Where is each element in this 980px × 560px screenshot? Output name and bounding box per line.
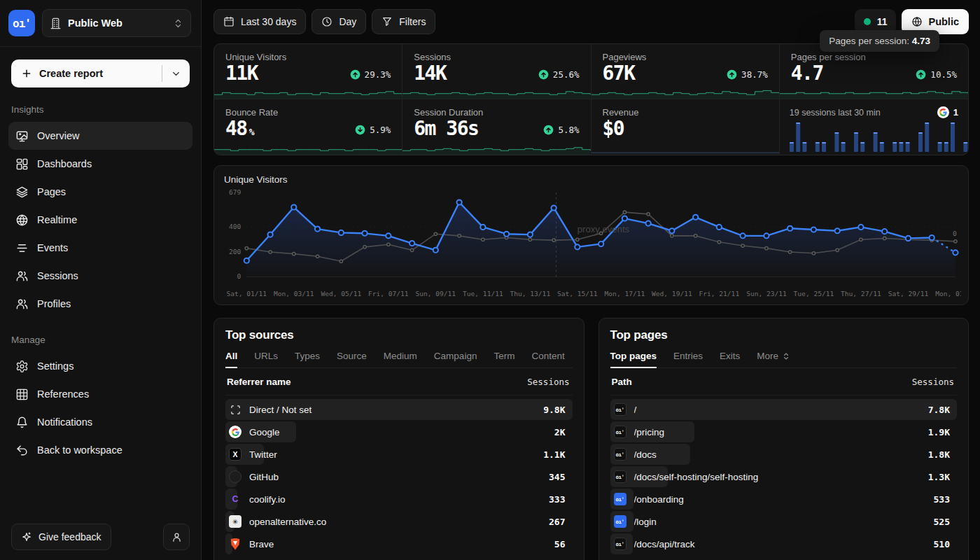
row-sessions-value: 510 <box>934 539 950 550</box>
sidebar-item-label: Settings <box>37 360 74 372</box>
sidebar-item-label: Overview <box>37 130 79 141</box>
stat-card-bounce-rate[interactable]: Bounce Rate48%5.9% <box>214 99 402 155</box>
svg-text:Mon, 01/12: Mon, 01/12 <box>935 290 961 298</box>
svg-text:Sun, 09/11: Sun, 09/11 <box>416 290 456 298</box>
source-row[interactable]: ✳openalternative.co267 <box>225 510 573 533</box>
give-feedback-label: Give feedback <box>38 531 102 542</box>
main-content: Last 30 days Day Filters 11 Pu <box>202 0 980 560</box>
change-value: 38.7% <box>741 69 768 80</box>
svg-text:Wed, 19/11: Wed, 19/11 <box>652 290 692 298</box>
page-row[interactable]: oı'/docs/self-hosting/self-hosting1.3K <box>610 465 958 488</box>
sources-tab-campaign[interactable]: Campaign <box>434 351 477 368</box>
sidebar-item-notifications[interactable]: Notifications <box>8 408 192 436</box>
x-twitter-favicon: X <box>229 448 241 461</box>
trend-up-icon <box>538 69 549 80</box>
pages-tab-entries[interactable]: Entries <box>673 351 703 368</box>
stat-card-unique-visitors[interactable]: Unique Visitors11K29.3% <box>214 44 402 99</box>
stat-value: 67K <box>603 63 635 83</box>
source-row[interactable]: Google2K <box>225 421 573 443</box>
top-pages-rows: oı'/7.8Koı'/pricing1.9Koı'/docs1.8Koı'/d… <box>610 398 958 555</box>
create-report-menu-button[interactable] <box>162 69 190 79</box>
sidebar-item-overview[interactable]: Overview <box>8 122 192 150</box>
openpanel-favicon: oı' <box>614 448 626 461</box>
stat-sparkline <box>780 86 968 99</box>
sidebar-item-realtime[interactable]: Realtime <box>8 206 192 234</box>
google-referrer-icon <box>937 106 949 118</box>
create-report-button[interactable]: Create report <box>11 59 190 88</box>
stat-card-session-duration[interactable]: Session Duration6m 36s5.8% <box>402 99 591 155</box>
openpanel-logo[interactable]: oı' <box>8 10 35 36</box>
live-sessions-card[interactable]: 19 sessions last 30 min 1 <box>780 99 968 155</box>
stat-card-pages-per-session[interactable]: Pages per session4.710.5% <box>780 44 968 99</box>
sources-tab-all[interactable]: All <box>225 351 237 368</box>
top-pages-tabs: Top pagesEntriesExitsMore <box>610 351 958 368</box>
nav-list: SettingsReferencesNotificationsBack to w… <box>0 352 201 464</box>
github-favicon <box>229 470 241 483</box>
sidebar-item-profiles[interactable]: Profiles <box>8 290 192 318</box>
building-icon <box>50 18 62 29</box>
nav-section-label: Insights <box>11 104 190 115</box>
sources-tab-types[interactable]: Types <box>295 351 320 368</box>
live-visitors-count: 11 <box>877 16 888 27</box>
tab-label: Source <box>337 351 367 361</box>
openpanel-dashboard: oı' Public Web Create report InsightsOve… <box>0 0 980 560</box>
profile-button[interactable] <box>163 524 190 550</box>
stat-card-sessions[interactable]: Sessions14K25.6% <box>402 44 591 99</box>
page-row[interactable]: oı'/docs1.8K <box>610 443 958 465</box>
page-row[interactable]: oı'/login525 <box>610 510 958 533</box>
date-range-button[interactable]: Last 30 days <box>214 9 306 34</box>
stat-sparkline <box>592 86 779 99</box>
pages-tab-more[interactable]: More <box>757 351 790 368</box>
unique-visitors-chart[interactable]: 6794002000proxy events0Sat, 01/11Mon, 03… <box>221 188 961 302</box>
interval-button[interactable]: Day <box>312 9 366 34</box>
sidebar-item-sessions[interactable]: Sessions <box>8 262 192 290</box>
svg-text:Sun, 23/11: Sun, 23/11 <box>746 290 787 298</box>
trend-up-icon <box>543 125 554 135</box>
chart-title: Unique Visitors <box>224 174 958 185</box>
sources-tab-content[interactable]: Content <box>531 351 564 368</box>
sources-tab-term[interactable]: Term <box>493 351 514 368</box>
sidebar-item-back-to-workspace[interactable]: Back to workspace <box>8 436 192 464</box>
sidebar-item-settings[interactable]: Settings <box>8 352 192 380</box>
give-feedback-button[interactable]: Give feedback <box>11 524 111 550</box>
sources-tab-source[interactable]: Source <box>337 351 367 368</box>
source-row[interactable]: XTwitter1.1K <box>225 443 573 465</box>
sources-tab-medium[interactable]: Medium <box>384 351 417 368</box>
stat-card-revenue[interactable]: Revenue$0 <box>592 99 780 155</box>
sidebar-item-events[interactable]: Events <box>8 234 192 262</box>
filters-button[interactable]: Filters <box>372 9 435 34</box>
row-sessions-value: 1.9K <box>928 427 950 438</box>
row-sessions-value: 345 <box>549 472 565 482</box>
sidebar-item-pages[interactable]: Pages <box>8 178 192 206</box>
pages-tab-top-pages[interactable]: Top pages <box>610 351 657 368</box>
workspace-selector[interactable]: Public Web <box>42 9 191 37</box>
profiles-icon <box>15 298 29 311</box>
sidebar: oı' Public Web Create report InsightsOve… <box>0 0 202 560</box>
pages-tab-exits[interactable]: Exits <box>720 351 740 368</box>
stat-card-pageviews[interactable]: Pageviews67K38.7% <box>592 44 780 99</box>
chevrons-up-down-icon <box>173 18 183 29</box>
trend-up-icon <box>727 69 737 80</box>
page-row[interactable]: oı'/onboarding533 <box>610 488 958 510</box>
source-row[interactable]: Direct / Not set9.8K <box>225 398 573 421</box>
sidebar-item-dashboards[interactable]: Dashboards <box>8 150 192 178</box>
sources-tab-urls[interactable]: URLs <box>254 351 278 368</box>
page-row[interactable]: oı'/7.8K <box>610 398 958 421</box>
overview-icon <box>15 130 29 143</box>
change-badge: 5.8% <box>543 125 579 135</box>
stat-sparkline <box>214 142 402 155</box>
source-row[interactable]: Brave56 <box>225 533 573 555</box>
page-row[interactable]: oı'/docs/api/track510 <box>610 533 958 555</box>
source-row[interactable]: GitHub345 <box>225 465 573 488</box>
sidebar-item-references[interactable]: References <box>8 380 192 408</box>
row-sessions-value: 2K <box>554 427 566 438</box>
svg-text:Tue, 25/11: Tue, 25/11 <box>794 290 834 298</box>
globe-icon <box>911 16 923 27</box>
sessions-icon <box>15 270 29 283</box>
source-row[interactable]: Ccoolify.io333 <box>225 488 573 510</box>
page-row[interactable]: oı'/pricing1.9K <box>610 421 958 443</box>
sidebar-nav: InsightsOverviewDashboardsPagesRealtimeE… <box>0 104 201 464</box>
coolify-favicon: C <box>229 493 241 505</box>
plus-icon <box>21 68 32 79</box>
tab-label: Types <box>295 351 320 361</box>
